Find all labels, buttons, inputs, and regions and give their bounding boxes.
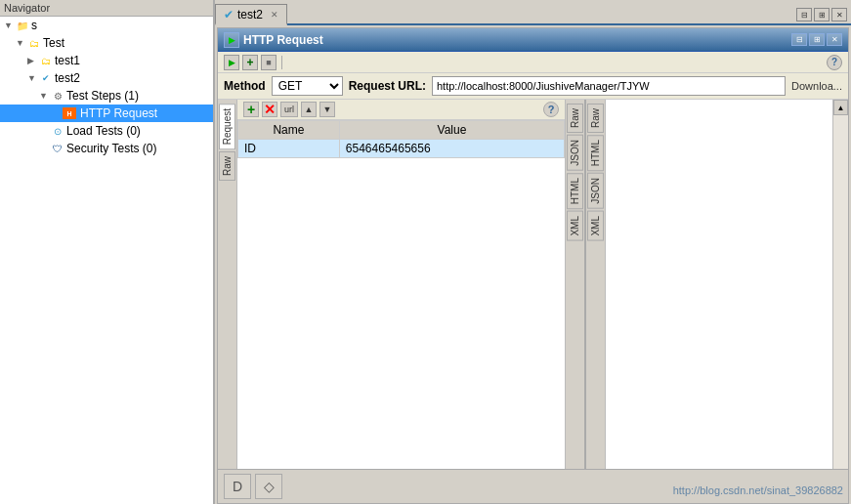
add-param-button[interactable]: +: [243, 102, 259, 117]
tree-node-httprequest[interactable]: H HTTP Request: [0, 105, 213, 122]
maximize-btn[interactable]: ⊞: [814, 8, 830, 21]
shield-icon-node: 🛡: [51, 144, 64, 154]
vtab-raw-right[interactable]: Raw: [567, 104, 583, 133]
download-label: Downloa...: [791, 80, 842, 92]
params-table: Name Value ID 6546465465656: [237, 120, 565, 158]
tree-node-loadtests[interactable]: ⊙ Load Tests (0): [0, 122, 213, 140]
label-teststeps: Test Steps (1): [66, 89, 139, 103]
col-value: Value: [339, 121, 564, 140]
expand-security: [39, 144, 49, 153]
url-input[interactable]: [432, 76, 786, 96]
response-content: [606, 100, 832, 469]
scroll-up-btn[interactable]: ▲: [833, 100, 848, 115]
http-win-buttons: ⊟ ⊞ ✕: [791, 33, 842, 46]
tree-node-test1[interactable]: ▶ 🗂 test1: [0, 52, 213, 69]
tree-node-securitytests[interactable]: 🛡 Security Tests (0): [0, 140, 213, 157]
resp-vtab-html[interactable]: HTML: [587, 135, 604, 171]
param-name-0: ID: [238, 140, 340, 158]
bottom-icon-diamond[interactable]: ◇: [255, 474, 282, 499]
label-test: Test: [43, 36, 64, 50]
http-close-btn[interactable]: ✕: [827, 33, 842, 46]
expand-http: [51, 108, 61, 118]
close-tab-btn[interactable]: ✕: [831, 8, 847, 21]
http-restore-btn[interactable]: ⊟: [791, 33, 807, 46]
tab-test2[interactable]: ✔ test2 ✕: [215, 4, 287, 25]
method-select[interactable]: GET POST PUT DELETE: [272, 76, 343, 96]
response-panel: Raw HTML JSON XML ▲: [584, 100, 848, 469]
col-name: Name: [238, 121, 340, 140]
folder-icon-test1: 🗂: [39, 56, 53, 66]
param-row-0[interactable]: ID 6546465465656: [238, 140, 565, 158]
expand-teststeps: ▼: [39, 91, 49, 101]
folder-icon-test: 🗂: [27, 38, 41, 49]
tree-node-teststeps[interactable]: ▼ ⚙ Test Steps (1): [0, 87, 213, 105]
down-button[interactable]: ▼: [319, 102, 335, 117]
right-main: ✔ test2 ✕ ⊟ ⊞ ✕ ▶ HTTP Request ⊟ ⊞ ✕: [215, 0, 851, 504]
right-vtabs: Raw JSON HTML XML: [565, 100, 584, 469]
resp-vtab-raw[interactable]: Raw: [587, 104, 604, 133]
tree-node-test[interactable]: ▼ 🗂 Test: [0, 34, 213, 52]
label-test2: test2: [55, 71, 80, 85]
http-request-container: ▶ HTTP Request ⊟ ⊞ ✕ ▶ + ■ ? Method: [217, 27, 849, 504]
navigator-header: Navigator: [0, 0, 213, 17]
params-header: + ✕ url ▲ ▼ ?: [237, 100, 565, 120]
folder-icon-root: 📁: [16, 21, 29, 31]
left-vtabs: Request Raw: [218, 100, 237, 469]
url-label: Request URL:: [349, 79, 426, 93]
add-button[interactable]: +: [242, 55, 258, 70]
check-icon-tab: ✔: [224, 8, 234, 21]
tree-root: ▼ 📁 s ▼ 🗂 Test ▶ 🗂 test1 ▼ ✔ test2: [0, 17, 213, 157]
run-button[interactable]: ▶: [224, 55, 239, 70]
help-button[interactable]: ?: [827, 55, 842, 70]
http-header-bar: ▶ HTTP Request ⊟ ⊞ ✕: [218, 28, 848, 52]
tab-strip: ✔ test2 ✕ ⊟ ⊞ ✕: [215, 0, 851, 25]
tab-strip-controls: ⊟ ⊞ ✕: [792, 6, 851, 23]
method-label: Method: [224, 79, 266, 93]
tab-close-icon[interactable]: ✕: [271, 10, 278, 20]
sub-toolbar: ▶ + ■ ?: [218, 52, 848, 73]
watermark: http://blog.csdn.net/sinat_39826882: [673, 484, 843, 496]
param-value-0: 6546465465656: [339, 140, 564, 158]
remove-param-button[interactable]: ✕: [262, 102, 277, 117]
tree-node-root[interactable]: ▼ 📁 s: [0, 17, 213, 34]
up-button[interactable]: ▲: [301, 102, 317, 117]
label-test1: test1: [55, 54, 80, 67]
expand-root: ▼: [4, 21, 14, 30]
resp-vtab-json[interactable]: JSON: [587, 173, 604, 209]
vtab-request[interactable]: Request: [219, 104, 235, 149]
toolbar-separator: [281, 56, 282, 69]
resp-vtab-xml[interactable]: XML: [587, 211, 604, 241]
tree-node-test2[interactable]: ▼ ✔ test2: [0, 69, 213, 87]
response-vtabs: Raw HTML JSON XML: [586, 100, 606, 469]
expand-test: ▼: [16, 38, 25, 48]
label-httprequest: HTTP Request: [80, 106, 157, 120]
body-split: Request Raw + ✕ url ▲ ▼ ?: [218, 100, 848, 469]
app-wrapper: Navigator ▼ 📁 s ▼ 🗂 Test ▶ 🗂 test1: [0, 0, 851, 504]
bottom-icon-d[interactable]: D: [224, 474, 251, 499]
encode-button[interactable]: url: [280, 102, 298, 117]
restore-btn[interactable]: ⊟: [796, 8, 812, 21]
tab-label: test2: [237, 8, 263, 21]
vtab-xml[interactable]: XML: [567, 211, 583, 241]
params-help-button[interactable]: ?: [543, 102, 559, 117]
vtab-raw-left[interactable]: Raw: [219, 151, 235, 181]
params-table-area: Name Value ID 6546465465656: [237, 120, 565, 469]
center-params: + ✕ url ▲ ▼ ? Name Value: [237, 100, 565, 469]
vtab-html[interactable]: HTML: [567, 173, 583, 209]
response-scrollbar: ▲: [832, 100, 848, 469]
label-root: s: [31, 19, 37, 32]
http-icon-node: H: [63, 107, 76, 119]
check-icon-test2: ✔: [39, 73, 53, 83]
http-maximize-btn[interactable]: ⊞: [809, 33, 825, 46]
vtab-json[interactable]: JSON: [567, 135, 583, 171]
scroll-track[interactable]: [833, 115, 848, 469]
http-play-button[interactable]: ▶: [224, 32, 239, 48]
expand-loadtests: [39, 126, 49, 136]
navigator-panel: Navigator ▼ 📁 s ▼ 🗂 Test ▶ 🗂 test1: [0, 0, 215, 504]
http-request-title: HTTP Request: [243, 33, 323, 47]
stop-button[interactable]: ■: [261, 55, 277, 70]
expand-test2: ▼: [27, 73, 37, 83]
method-url-row: Method GET POST PUT DELETE Request URL: …: [218, 73, 848, 100]
load-icon: ⊙: [51, 126, 64, 137]
label-securitytests: Security Tests (0): [66, 142, 156, 155]
